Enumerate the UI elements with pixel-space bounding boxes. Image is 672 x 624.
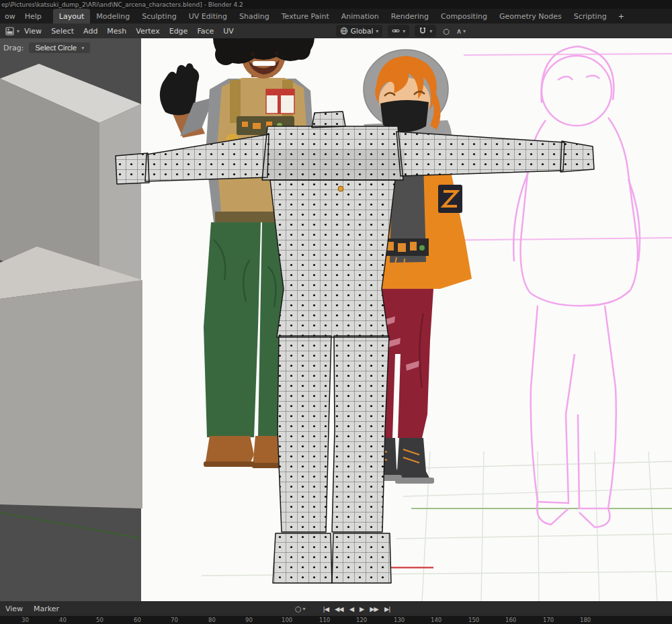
menu-help[interactable]: Help bbox=[20, 12, 46, 21]
falloff-icon: ∧ bbox=[456, 27, 462, 36]
tab-geometry-nodes[interactable]: Geometry Nodes bbox=[493, 9, 568, 24]
menu-vertex[interactable]: Vertex bbox=[131, 27, 164, 36]
chevron-down-icon: ▾ bbox=[403, 28, 405, 34]
tab-layout[interactable]: Layout bbox=[53, 9, 90, 24]
tab-animation[interactable]: Animation bbox=[335, 9, 385, 24]
frame-label: 140 bbox=[431, 617, 442, 623]
tab-scripting[interactable]: Scripting bbox=[568, 9, 613, 24]
window-titlebar: ep\Pictures\katsuki_dump_2\ARi\and\NC_ar… bbox=[0, 0, 672, 9]
frame-label: 30 bbox=[22, 617, 29, 623]
viewport-header: ▾ View Select Add Mesh Vertex Edge Face … bbox=[0, 24, 672, 38]
editor-type-icon bbox=[3, 27, 17, 36]
menu-view[interactable]: View bbox=[19, 27, 46, 36]
autokey-circle-icon: ○ bbox=[295, 605, 302, 613]
frame-label: 180 bbox=[580, 617, 591, 623]
frame-label: 120 bbox=[356, 617, 367, 623]
menu-uv[interactable]: UV bbox=[218, 27, 239, 36]
menu-add[interactable]: Add bbox=[79, 27, 102, 36]
play-reverse-button[interactable]: ◀ bbox=[347, 605, 356, 613]
chevron-down-icon: ▾ bbox=[463, 28, 466, 34]
gray-blocks bbox=[0, 64, 142, 508]
next-keyframe-button[interactable]: ▶▶ bbox=[367, 605, 381, 613]
frame-label: 40 bbox=[59, 617, 67, 623]
snap-target-dropdown[interactable]: ▾ bbox=[388, 25, 409, 37]
auto-keyframe-toggle[interactable]: ○ ▾ bbox=[295, 605, 306, 613]
menu-face[interactable]: Face bbox=[192, 27, 218, 36]
snapping-dropdown[interactable]: ▾ bbox=[415, 25, 436, 37]
proportional-editing-toggle[interactable]: ○ bbox=[443, 27, 450, 36]
chevron-down-icon: ▾ bbox=[376, 28, 378, 34]
frame-label: 150 bbox=[468, 617, 479, 623]
transform-orientation-dropdown[interactable]: Global ▾ bbox=[336, 25, 383, 37]
orientation-label: Global bbox=[351, 27, 374, 35]
frame-label: 160 bbox=[505, 617, 516, 623]
viewport-scene bbox=[0, 38, 672, 601]
frame-label: 110 bbox=[319, 617, 330, 623]
proportional-circle-icon: ○ bbox=[443, 27, 450, 36]
workspace-tabs: Layout Modeling Sculpting UV Editing Sha… bbox=[53, 9, 630, 24]
drag-label: Drag: bbox=[3, 44, 24, 52]
frame-label: 130 bbox=[394, 617, 405, 623]
window-title: ep\Pictures\katsuki_dump_2\ARi\and\NC_ar… bbox=[1, 1, 243, 8]
tab-shading[interactable]: Shading bbox=[233, 9, 276, 24]
frame-label: 90 bbox=[245, 617, 253, 623]
proportional-falloff-dropdown[interactable]: ∧ ▾ bbox=[456, 27, 466, 36]
tab-compositing[interactable]: Compositing bbox=[435, 9, 493, 24]
tab-uv-editing[interactable]: UV Editing bbox=[183, 9, 233, 24]
editor-type-selector[interactable]: ▾ bbox=[0, 27, 19, 36]
frame-label: 170 bbox=[543, 617, 554, 623]
tab-texture-paint[interactable]: Texture Paint bbox=[276, 9, 335, 24]
active-tool-dropdown[interactable]: Select Circle ▾ bbox=[28, 42, 91, 54]
playback-controls: ○ ▾ |◀ ◀◀ ◀ ▶ ▶▶ ▶| bbox=[295, 601, 393, 616]
link-icon bbox=[392, 27, 400, 35]
prev-keyframe-button[interactable]: ◀◀ bbox=[332, 605, 346, 613]
blender-window: ep\Pictures\katsuki_dump_2\ARi\and\NC_ar… bbox=[0, 0, 672, 624]
timeline: View Marker ○ ▾ |◀ ◀◀ ◀ ▶ ▶▶ ▶| 30 40 bbox=[0, 601, 672, 624]
chevron-down-icon: ▾ bbox=[81, 45, 84, 51]
tab-sculpting[interactable]: Sculpting bbox=[136, 9, 182, 24]
chevron-down-icon: ▾ bbox=[302, 606, 305, 612]
menu-edge[interactable]: Edge bbox=[165, 27, 193, 36]
frame-label: 60 bbox=[134, 617, 141, 623]
add-workspace-button[interactable]: + bbox=[613, 9, 630, 24]
play-button[interactable]: ▶ bbox=[357, 605, 366, 613]
timeline-menu-marker[interactable]: Marker bbox=[28, 605, 65, 613]
3d-viewport[interactable]: Drag: Select Circle ▾ bbox=[0, 38, 672, 601]
object-origin-dot bbox=[338, 186, 343, 191]
active-tool-label: Select Circle bbox=[35, 44, 77, 52]
tab-modeling[interactable]: Modeling bbox=[90, 9, 136, 24]
tab-rendering[interactable]: Rendering bbox=[385, 9, 435, 24]
menu-window[interactable]: ow bbox=[0, 12, 20, 21]
globe-icon bbox=[340, 27, 348, 35]
tool-settings: Drag: Select Circle ▾ bbox=[3, 42, 91, 54]
topbar: ow Help Layout Modeling Sculpting UV Edi… bbox=[0, 9, 672, 24]
jump-to-start-button[interactable]: |◀ bbox=[321, 605, 332, 613]
menu-select[interactable]: Select bbox=[46, 27, 79, 36]
frame-label: 100 bbox=[282, 617, 292, 623]
magnet-icon bbox=[419, 27, 427, 35]
timeline-ruler[interactable]: 30 40 50 60 70 80 90 100 110 120 130 140… bbox=[0, 616, 672, 624]
timeline-header: View Marker ○ ▾ |◀ ◀◀ ◀ ▶ ▶▶ ▶| bbox=[0, 601, 672, 616]
timeline-menu-view[interactable]: View bbox=[0, 605, 28, 613]
frame-label: 80 bbox=[208, 617, 216, 623]
frame-label: 70 bbox=[171, 617, 178, 623]
transport-buttons: |◀ ◀◀ ◀ ▶ ▶▶ ▶| bbox=[321, 605, 393, 613]
chevron-down-icon: ▾ bbox=[429, 28, 432, 34]
menu-mesh[interactable]: Mesh bbox=[102, 27, 131, 36]
jump-to-end-button[interactable]: ▶| bbox=[382, 605, 393, 613]
frame-label: 50 bbox=[96, 617, 103, 623]
